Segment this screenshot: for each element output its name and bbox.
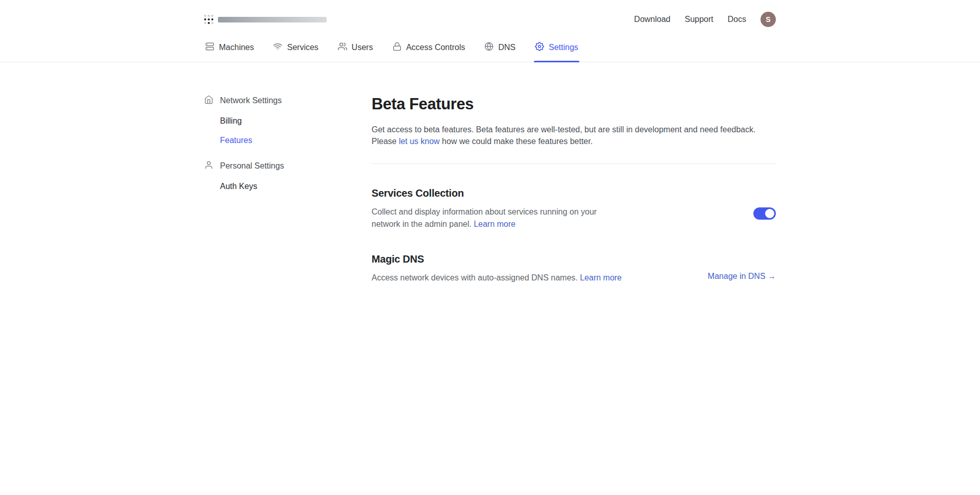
tab-label: DNS (498, 43, 516, 52)
machines-icon (205, 42, 214, 53)
feature-services-collection: Services Collection Collect and display … (372, 187, 776, 229)
sidebar-item-auth-keys[interactable]: Auth Keys (220, 182, 372, 191)
intro-text: Get access to beta features. Beta featur… (372, 124, 776, 147)
settings-sidebar: Network Settings Billing Features Person… (204, 95, 372, 284)
sidebar-section-network: Network Settings Billing Features (204, 95, 372, 145)
sidebar-section-label: Personal Settings (220, 161, 284, 171)
sidebar-section-label: Network Settings (220, 96, 282, 105)
tab-label: Settings (549, 43, 578, 52)
globe-icon (484, 42, 494, 53)
top-bar: Download Support Docs S (0, 0, 980, 28)
magic-dns-learn-more-link[interactable]: Learn more (580, 273, 622, 282)
feature-description: Access network devices with auto-assigne… (372, 272, 622, 284)
sidebar-item-features[interactable]: Features (220, 136, 372, 145)
primary-nav: Machines Services Users Access Controls … (0, 37, 980, 62)
sidebar-item-network-settings[interactable]: Network Settings (204, 95, 372, 106)
wifi-icon (273, 42, 282, 53)
tab-label: Access Controls (406, 43, 465, 52)
brand (204, 15, 327, 24)
tab-access-controls[interactable]: Access Controls (391, 37, 467, 62)
tab-users[interactable]: Users (337, 37, 374, 62)
tab-label: Machines (219, 43, 254, 52)
let-us-know-link[interactable]: let us know (399, 137, 439, 146)
manage-in-dns-link[interactable]: Manage in DNS → (708, 272, 776, 281)
home-icon (204, 95, 213, 106)
person-icon (204, 160, 213, 172)
lock-icon (393, 42, 402, 53)
download-link[interactable]: Download (634, 15, 670, 24)
tab-label: Services (287, 43, 318, 52)
avatar[interactable]: S (761, 12, 776, 27)
feature-description-text: Access network devices with auto-assigne… (372, 273, 580, 282)
sidebar-item-billing[interactable]: Billing (220, 116, 372, 126)
users-icon (338, 42, 347, 53)
tab-label: Users (352, 43, 373, 52)
divider (372, 163, 776, 164)
tab-dns[interactable]: DNS (483, 37, 517, 62)
support-link[interactable]: Support (685, 15, 714, 24)
tailscale-logo-icon (204, 15, 213, 24)
feature-title: Services Collection (372, 187, 776, 199)
feature-title: Magic DNS (372, 253, 776, 265)
tab-machines[interactable]: Machines (204, 37, 255, 62)
sidebar-section-personal: Personal Settings Auth Keys (204, 160, 372, 191)
services-collection-learn-more-link[interactable]: Learn more (474, 220, 516, 228)
org-name-redacted (218, 17, 327, 22)
gear-icon (535, 42, 544, 53)
main-panel: Beta Features Get access to beta feature… (372, 95, 776, 284)
docs-link[interactable]: Docs (728, 15, 746, 24)
page-title: Beta Features (372, 95, 776, 113)
top-links: Download Support Docs S (634, 12, 776, 27)
intro-after: how we could make these features better. (439, 137, 593, 146)
feature-magic-dns: Magic DNS Access network devices with au… (372, 253, 776, 284)
tab-settings[interactable]: Settings (534, 37, 579, 62)
feature-description: Collect and display information about se… (372, 206, 611, 229)
services-collection-toggle[interactable] (753, 207, 776, 220)
sidebar-item-personal-settings[interactable]: Personal Settings (204, 160, 372, 172)
tab-services[interactable]: Services (272, 37, 319, 62)
